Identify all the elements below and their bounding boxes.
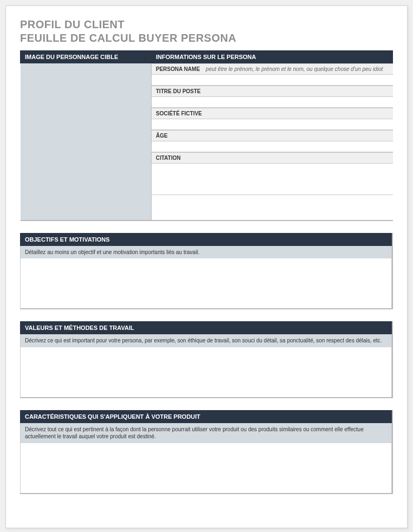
company-label-text: SOCIÉTÉ FICTIVE — [156, 111, 202, 116]
age-input[interactable] — [152, 141, 393, 152]
persona-info-column: PERSONA NAME peut être le prénom, le pré… — [152, 63, 393, 220]
persona-name-input[interactable] — [152, 75, 393, 86]
persona-name-label: PERSONA NAME peut être le prénom, le pré… — [152, 63, 393, 75]
product-section: CARACTÉRISTIQUES QUI S'APPLIQUENT À VOTR… — [20, 410, 393, 494]
info-header: INFORMATIONS SUR LE PERSONA — [152, 51, 393, 63]
product-description: Décrivez tout ce qui est pertinent à la … — [20, 423, 392, 443]
values-description: Décrivez ce qui est important pour votre… — [20, 334, 392, 347]
job-title-label: TITRE DU POSTE — [152, 86, 393, 97]
values-section: VALEURS ET MÉTHODES DE TRAVAIL Décrivez … — [20, 321, 393, 398]
quote-label-text: CITATION — [156, 155, 181, 161]
persona-name-hint: peut être le prénom, le prénom et le nom… — [206, 66, 383, 72]
page-title: PROFIL DU CLIENT FEUILLE DE CALCUL BUYER… — [20, 18, 393, 45]
goals-input[interactable] — [20, 258, 392, 308]
company-label: SOCIÉTÉ FICTIVE — [152, 108, 393, 119]
goals-description: Détaillez au moins un objectif et une mo… — [20, 246, 392, 259]
age-label-text: ÂGE — [156, 133, 168, 139]
values-input[interactable] — [20, 347, 392, 397]
title-line-2: FEUILLE DE CALCUL BUYER PERSONA — [20, 31, 393, 45]
goals-header: OBJECTIFS ET MOTIVATIONS — [20, 233, 392, 246]
product-input[interactable] — [20, 443, 392, 493]
age-label: ÂGE — [152, 130, 393, 141]
persona-image-placeholder[interactable] — [21, 63, 152, 220]
company-input[interactable] — [152, 119, 393, 130]
product-header: CARACTÉRISTIQUES QUI S'APPLIQUENT À VOTR… — [20, 410, 392, 423]
quote-input[interactable] — [152, 164, 393, 195]
persona-top-table: IMAGE DU PERSONNAGE CIBLE INFORMATIONS S… — [20, 50, 393, 221]
image-header: IMAGE DU PERSONNAGE CIBLE — [21, 51, 152, 63]
values-header: VALEURS ET MÉTHODES DE TRAVAIL — [20, 321, 392, 334]
quote-label: CITATION — [152, 152, 393, 164]
job-title-input[interactable] — [152, 97, 393, 108]
title-line-1: PROFIL DU CLIENT — [20, 18, 393, 31]
worksheet-page: PROFIL DU CLIENT FEUILLE DE CALCUL BUYER… — [5, 5, 408, 528]
goals-section: OBJECTIFS ET MOTIVATIONS Détaillez au mo… — [20, 233, 393, 310]
job-title-label-text: TITRE DU POSTE — [156, 88, 201, 94]
persona-name-label-text: PERSONA NAME — [156, 66, 200, 72]
